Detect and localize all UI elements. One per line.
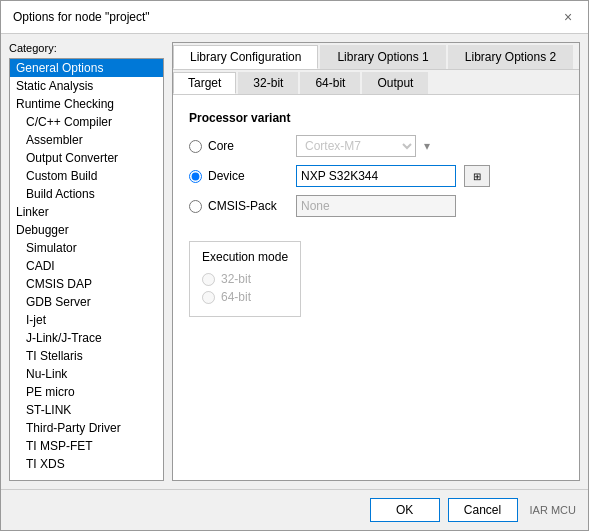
title-bar: Options for node "project" × bbox=[1, 1, 588, 34]
core-option[interactable]: Core bbox=[189, 139, 288, 153]
tab-row1[interactable]: Library Options 2 bbox=[448, 45, 573, 69]
sidebar-item[interactable]: TI Stellaris bbox=[10, 347, 163, 365]
core-select[interactable]: Cortex-M7 bbox=[296, 135, 416, 157]
exec-64bit-label: 64-bit bbox=[221, 290, 251, 304]
cmsis-input[interactable] bbox=[296, 195, 456, 217]
sidebar-item[interactable]: General Options bbox=[10, 59, 163, 77]
sidebar-item[interactable]: GDB Server bbox=[10, 293, 163, 311]
exec-64bit-radio bbox=[202, 291, 215, 304]
footer: OK Cancel IAR MCU bbox=[1, 489, 588, 530]
sidebar-item[interactable]: I-jet bbox=[10, 311, 163, 329]
sidebar-item[interactable]: Assembler bbox=[10, 131, 163, 149]
execution-mode-title: Execution mode bbox=[202, 250, 288, 264]
cmsis-radio[interactable] bbox=[189, 200, 202, 213]
browse-icon: ⊞ bbox=[473, 171, 481, 182]
tab-row2[interactable]: Target bbox=[173, 72, 236, 94]
sidebar-item[interactable]: Linker bbox=[10, 203, 163, 221]
device-radio[interactable] bbox=[189, 170, 202, 183]
tab-row1[interactable]: Library Options 1 bbox=[320, 45, 445, 69]
device-input[interactable] bbox=[296, 165, 456, 187]
dialog: Options for node "project" × Category: G… bbox=[0, 0, 589, 531]
sidebar-item[interactable]: ST-LINK bbox=[10, 401, 163, 419]
exec-32bit-radio bbox=[202, 273, 215, 286]
exec-32bit-label: 32-bit bbox=[221, 272, 251, 286]
sidebar-item[interactable]: CADI bbox=[10, 257, 163, 275]
close-button[interactable]: × bbox=[560, 9, 576, 25]
sidebar-item[interactable]: Nu-Link bbox=[10, 365, 163, 383]
exec-32bit-row: 32-bit bbox=[202, 272, 288, 286]
cancel-button[interactable]: Cancel bbox=[448, 498, 518, 522]
device-option[interactable]: Device bbox=[189, 169, 288, 183]
tab-row2[interactable]: 64-bit bbox=[300, 72, 360, 94]
sidebar-item[interactable]: TI XDS bbox=[10, 455, 163, 473]
sidebar-item[interactable]: CMSIS DAP bbox=[10, 275, 163, 293]
sidebar: Category: General OptionsStatic Analysis… bbox=[9, 42, 164, 481]
device-browse-button[interactable]: ⊞ bbox=[464, 165, 490, 187]
sidebar-item[interactable]: Static Analysis bbox=[10, 77, 163, 95]
sidebar-item[interactable]: Simulator bbox=[10, 239, 163, 257]
tab-row1[interactable]: Library Configuration bbox=[173, 45, 318, 69]
dialog-title: Options for node "project" bbox=[13, 10, 150, 24]
main-panel: Library ConfigurationLibrary Options 1Li… bbox=[172, 42, 580, 481]
sidebar-item[interactable]: PE micro bbox=[10, 383, 163, 401]
sidebar-item[interactable]: Output Converter bbox=[10, 149, 163, 167]
core-label: Core bbox=[208, 139, 288, 153]
cmsis-option[interactable]: CMSIS-Pack bbox=[189, 199, 288, 213]
sidebar-item[interactable]: Build Actions bbox=[10, 185, 163, 203]
ok-button[interactable]: OK bbox=[370, 498, 440, 522]
tab-row2[interactable]: Output bbox=[362, 72, 428, 94]
category-label: Category: bbox=[9, 42, 164, 54]
tabs-row2: Target32-bit64-bitOutput bbox=[173, 70, 579, 95]
sidebar-item[interactable]: Runtime Checking bbox=[10, 95, 163, 113]
sidebar-list: General OptionsStatic AnalysisRuntime Ch… bbox=[9, 58, 164, 481]
execution-mode-section: Execution mode 32-bit 64-bit bbox=[189, 241, 301, 317]
panel-content: Processor variant Core Cortex-M7 ▾ bbox=[173, 95, 579, 480]
processor-variant-title: Processor variant bbox=[189, 111, 563, 125]
brand-label: IAR MCU bbox=[530, 504, 576, 516]
device-label: Device bbox=[208, 169, 288, 183]
sidebar-item[interactable]: C/C++ Compiler bbox=[10, 113, 163, 131]
device-row: Device ⊞ bbox=[189, 165, 563, 187]
sidebar-item[interactable]: Debugger bbox=[10, 221, 163, 239]
sidebar-item[interactable]: Third-Party Driver bbox=[10, 419, 163, 437]
sidebar-item[interactable]: J-Link/J-Trace bbox=[10, 329, 163, 347]
content-area: Category: General OptionsStatic Analysis… bbox=[1, 34, 588, 489]
tab-row2[interactable]: 32-bit bbox=[238, 72, 298, 94]
cmsis-row: CMSIS-Pack bbox=[189, 195, 563, 217]
cmsis-label: CMSIS-Pack bbox=[208, 199, 288, 213]
core-row: Core Cortex-M7 ▾ bbox=[189, 135, 563, 157]
tabs-row1: Library ConfigurationLibrary Options 1Li… bbox=[173, 43, 579, 70]
sidebar-item[interactable]: TI MSP-FET bbox=[10, 437, 163, 455]
sidebar-item[interactable]: Custom Build bbox=[10, 167, 163, 185]
core-radio[interactable] bbox=[189, 140, 202, 153]
exec-64bit-row: 64-bit bbox=[202, 290, 288, 304]
